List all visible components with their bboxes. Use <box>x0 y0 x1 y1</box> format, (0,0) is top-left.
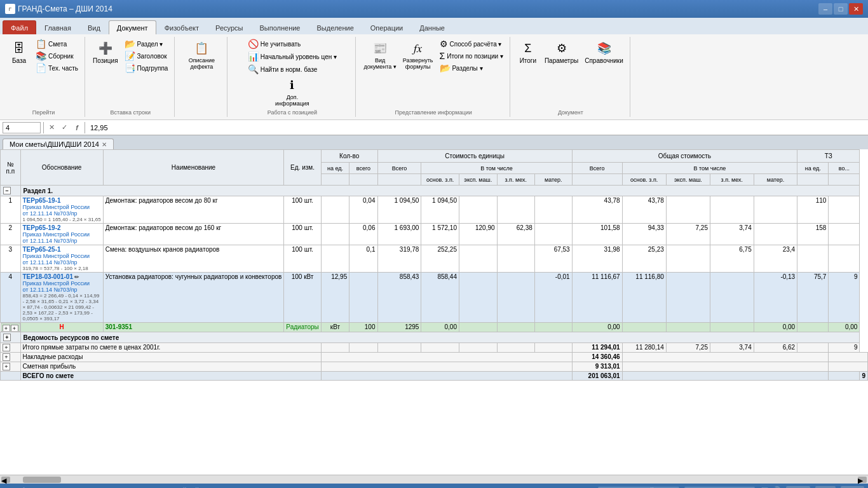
row2-qty-per <box>321 224 349 245</box>
main-table: №п.п Обоснование Наименование Ед. изм. К… <box>0 149 868 381</box>
sum1-empty5 <box>459 343 498 353</box>
btn-sposob[interactable]: ⚙ Способ расчёта ▾ <box>437 38 506 50</box>
btn-ne-uchityvat[interactable]: 🚫 Не учитывать <box>245 38 303 50</box>
row2-cost-mech: 62,38 <box>497 224 534 245</box>
sum1-empty4 <box>421 343 459 353</box>
res-v2: 0,00 <box>572 323 622 332</box>
close-button[interactable]: ✕ <box>849 3 863 15</box>
row4-code[interactable]: ТЕР18-03-001-01 ✏ Приказ Минстрой России… <box>20 273 103 323</box>
tab-vypolnenie[interactable]: Выполнение <box>251 20 308 34</box>
maximize-button[interactable]: □ <box>834 3 848 15</box>
cell-reference[interactable] <box>3 122 41 133</box>
tab-resursy[interactable]: Ресурсы <box>207 20 251 34</box>
col-ed-izm: Ед. изм. <box>284 150 321 186</box>
total-expand <box>1 372 21 381</box>
sum3-empty <box>321 362 572 372</box>
tab-document[interactable]: Документ <box>109 20 156 34</box>
formula-bar: ✕ ✓ f 12,95 <box>0 120 868 135</box>
poziciya-buttons: ➕ Позиция 📂 Раздел ▾ 📝 Заголовок 📑 Подгр… <box>90 38 170 108</box>
btn-sbornik[interactable]: 📚 Сборник <box>33 50 81 62</box>
row2-code-main: ТЕРр65-19-2 <box>23 224 101 231</box>
tab-vid[interactable]: Вид <box>79 20 109 34</box>
btn-spravochniki[interactable]: 📚 Справочники <box>582 38 626 65</box>
tab-vydelenie[interactable]: Выделение <box>308 20 362 34</box>
btn-dop-info[interactable]: ℹ Доп.информация <box>273 75 312 108</box>
col-v-tom-chisle-obs: В том числе <box>622 163 797 174</box>
tab-file[interactable]: Файл <box>3 20 36 34</box>
sum1-mat: 6,62 <box>754 343 797 353</box>
row2-code[interactable]: ТЕРр65-19-2 Приказ Минстрой Россииот 12.… <box>20 224 103 245</box>
btn-tex-chast[interactable]: 📄 Тех. часть <box>33 62 81 74</box>
res-prefix: Н <box>20 323 103 332</box>
row1-tz-vo <box>829 196 860 224</box>
doc-tab-dshi[interactable]: Мои сметы\ДШИ\ДШИ 2014 ✕ <box>3 139 114 149</box>
res-empty1 <box>459 323 498 332</box>
row4-cost-base: 858,44 <box>421 273 459 323</box>
btn-baza[interactable]: 🗄 База <box>6 38 32 65</box>
vedomost-expand[interactable]: + <box>1 332 21 343</box>
btn-vid-dokumenta[interactable]: 📰 Виддокумента ▾ <box>361 38 398 71</box>
scroll-thumb[interactable] <box>23 477 61 483</box>
confirm-formula-icon[interactable]: ✓ <box>59 123 69 133</box>
scroll-right-btn[interactable]: ▶ <box>858 477 867 483</box>
btn-nayti-norm[interactable]: 🔍 Найти в норм. базе <box>245 64 320 75</box>
btn-itogi[interactable]: Σ Итоги <box>515 38 541 65</box>
minimize-button[interactable]: – <box>818 3 832 15</box>
row4-subcode: Приказ Минстрой Россииот 12.11.14 №703/п… <box>23 280 101 293</box>
btn-podgruppa[interactable]: 📑 Подгруппа <box>122 62 171 74</box>
function-icon[interactable]: f <box>72 123 82 133</box>
formula-input[interactable]: 12,95 <box>88 124 865 132</box>
row1-code[interactable]: ТЕРр65-19-1 Приказ Минстрой Россииот 12.… <box>20 196 103 224</box>
tab-fizobiekt[interactable]: Физобъект <box>156 20 207 34</box>
ribbon-group-predstavlenie: 📰 Виддокумента ▾ 𝑓𝑥 Развернутьформулы ⚙ … <box>357 37 510 117</box>
btn-opisanie[interactable]: 📋 Описание дефекта <box>180 38 223 71</box>
btn-razvernut[interactable]: 𝑓𝑥 Развернутьформулы <box>400 38 436 71</box>
section-expand[interactable]: − <box>1 186 21 196</box>
total-rest <box>622 372 829 381</box>
table-row-selected[interactable]: 4 ТЕР18-03-001-01 ✏ Приказ Минстрой Росс… <box>1 273 868 323</box>
row4-formula: 858,43 = 2 266,49 - 0,14 × 114,99 - 2,58… <box>23 293 101 322</box>
col-na-ed2 <box>321 174 349 186</box>
predstavlenie-col: ⚙ Способ расчёта ▾ Σ Итоги по позиции ▾ … <box>437 38 506 74</box>
res-unit: кВт <box>321 323 349 332</box>
row3-code[interactable]: ТЕРр65-25-1 Приказ Минстрой Россииот 12.… <box>20 245 103 273</box>
btn-smeta[interactable]: 📋 Смета <box>33 38 81 50</box>
caps-badge: CAPS <box>786 486 810 489</box>
btn-parametry[interactable]: ⚙ Параметры <box>542 38 581 65</box>
horizontal-scrollbar[interactable]: ◀ ▶ <box>0 475 868 484</box>
btn-razdely[interactable]: 📂 Разделы ▾ <box>437 62 506 74</box>
row3-total-base: 25,23 <box>622 245 666 273</box>
row3-subcode: Приказ Минстрой Россииот 12.11.14 №703/п… <box>23 253 101 266</box>
cancel-formula-icon[interactable]: ✕ <box>46 123 57 133</box>
row2-total-base: 94,33 <box>622 224 666 245</box>
row1-unit: 100 шт. <box>284 196 321 224</box>
col-tz: ТЗ <box>797 150 860 163</box>
row1-total-mach <box>666 196 710 224</box>
res-expand[interactable]: + + <box>1 323 20 332</box>
row3-cost-mach <box>459 245 498 273</box>
doc-tab-close-icon[interactable]: ✕ <box>102 141 107 148</box>
row2-cost-mat <box>534 224 572 245</box>
btn-poziciya[interactable]: ➕ Позиция <box>90 38 121 65</box>
col-vsego-stoi2 <box>377 174 421 186</box>
col-obshaya: Общая стоимость <box>572 150 797 163</box>
tab-dannye[interactable]: Данные <box>411 20 453 34</box>
btn-zagolovok[interactable]: 📝 Заголовок <box>122 50 171 62</box>
sum1-mach: 7,25 <box>666 343 710 353</box>
tab-glavnaya[interactable]: Главная <box>36 20 79 34</box>
res-v4: 0,00 <box>829 323 860 332</box>
total-value: 201 063,01 <box>572 372 622 381</box>
main-table-wrapper[interactable]: №п.п Обоснование Наименование Ед. изм. К… <box>0 149 868 475</box>
row1-tz: 110 <box>797 196 829 224</box>
btn-razdel[interactable]: 📂 Раздел ▾ <box>122 38 171 50</box>
tab-operacii[interactable]: Операции <box>362 20 411 34</box>
col-eksp-mash: эксп. маш. <box>459 174 498 186</box>
btn-itogi-pozicii[interactable]: Σ Итоги по позиции ▾ <box>437 50 506 62</box>
row1-code-main: ТЕРр65-19-1 <box>23 197 101 204</box>
poziciya-icon: ➕ <box>97 39 114 57</box>
ribbon: Файл Главная Вид Документ Физобъект Ресу… <box>0 18 868 120</box>
col-tz-na-ed2 <box>797 174 829 186</box>
btn-nachalniy-uroven[interactable]: 📊 Начальный уровень цен ▾ <box>245 51 339 62</box>
col-osnov-zp2: основ. з.п. <box>622 174 666 186</box>
scroll-left-btn[interactable]: ◀ <box>1 477 10 483</box>
